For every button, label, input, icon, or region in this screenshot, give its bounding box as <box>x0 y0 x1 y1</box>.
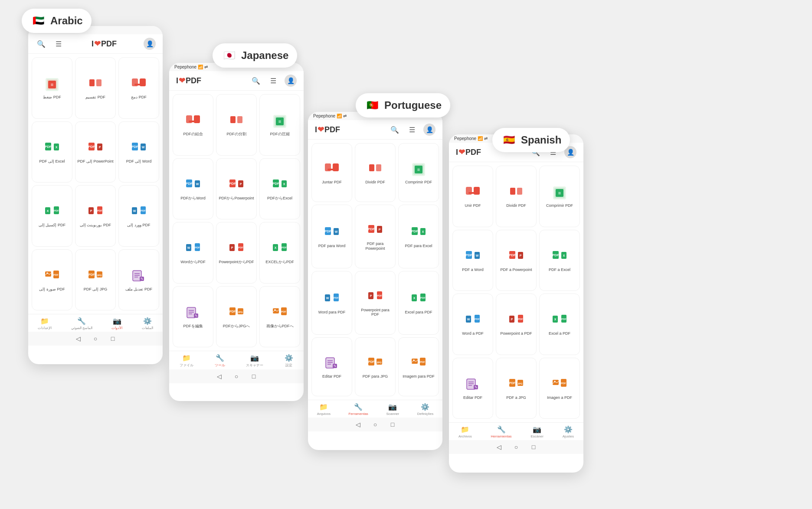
flag-icon: 🇪🇸 <box>501 132 517 148</box>
tool-ppt-to[interactable]: P → PDF بوربوينت إلى PDF <box>75 185 116 247</box>
tool-ppt-to[interactable]: P → PDF Powerpoint para PDF <box>355 271 396 335</box>
avatar-button[interactable]: 👤 <box>423 124 435 136</box>
nav-item-3[interactable]: ⚙️ الملفات <box>142 317 153 330</box>
tool-word-to[interactable]: W → PDF Word para PDF <box>311 271 352 335</box>
search-button[interactable]: 🔍 <box>250 75 262 87</box>
nav-item-0[interactable]: 📁 ファイル <box>180 354 193 368</box>
tool-to-jpg[interactable]: PDF → JPG PDF a JPG <box>496 358 537 419</box>
nav-item-2[interactable]: 📷 スキャナー <box>246 354 263 368</box>
tool-to-ppt[interactable]: PDF → P PDF para Powerpoint <box>355 205 396 268</box>
tool-label: Juntar PDF <box>322 180 342 185</box>
tool-to-ppt[interactable]: PDF → P PDF إلى PowerPoint <box>75 121 116 183</box>
avatar-button[interactable]: 👤 <box>285 75 297 87</box>
tool-icon-compress: ≡ <box>551 184 568 202</box>
nav-item-3[interactable]: ⚙️ Definições <box>417 403 433 416</box>
tool-img-to[interactable]: → PDF 画像からPDFへ <box>259 286 300 348</box>
menu-button[interactable]: ☰ <box>406 124 418 136</box>
tool-compress[interactable]: ≡ PDFの圧縮 <box>259 94 300 156</box>
menu-button[interactable]: ☰ <box>52 38 65 50</box>
tool-img-to[interactable]: → PDF صورة إلى PDF <box>32 249 72 311</box>
back-button[interactable]: ◁ <box>74 334 82 343</box>
tool-split[interactable]: Dividir PDF <box>355 143 396 202</box>
back-button[interactable]: ◁ <box>215 372 223 381</box>
home-button[interactable]: ○ <box>512 443 521 451</box>
tool-word-to[interactable]: W → PDF WordからPDF <box>173 222 213 284</box>
nav-item-3[interactable]: ⚙️ Ajustes <box>563 425 574 438</box>
nav-item-2[interactable]: 📷 الأدوات <box>111 317 122 330</box>
back-button[interactable]: ◁ <box>494 443 503 451</box>
tool-label: بوربوينت إلى PDF <box>80 223 111 228</box>
tool-excel-to[interactable]: X → PDF EXCELからPDF <box>259 222 300 284</box>
nav-item-1[interactable]: 🔧 Ferramentas <box>348 403 368 416</box>
tool-to-word[interactable]: PDF → W PDF a Word <box>452 230 493 291</box>
tool-to-jpg[interactable]: PDF → JPG PDFからJPGへ <box>216 286 257 348</box>
tool-word-to[interactable]: W → PDF Word a PDF <box>452 294 493 355</box>
tools-grid: + PDFの結合 PDFの分割 ≡ PDFの圧縮 <box>169 91 304 351</box>
tool-excel-to[interactable]: X → PDF Excel a PDF <box>539 294 580 355</box>
svg-text:PDF: PDF <box>518 318 523 320</box>
search-button[interactable]: 🔍 <box>389 124 401 136</box>
tool-split[interactable]: تقسيم PDF <box>75 57 116 119</box>
nav-item-0[interactable]: 📁 Arquivos <box>317 403 331 416</box>
nav-item-1[interactable]: 🔧 ツール <box>215 354 225 368</box>
tool-to-ppt[interactable]: PDF → P PDF a Powerpoint <box>496 230 537 291</box>
tool-to-excel[interactable]: PDF → X PDF para Excel <box>398 205 439 268</box>
nav-item-1[interactable]: 🔧 الماسح الضوئي <box>71 317 92 330</box>
app-header: I❤PDF 🔍 ☰ 👤 <box>169 71 304 91</box>
back-button[interactable]: ◁ <box>354 420 362 429</box>
tool-to-jpg[interactable]: PDF → JPG PDF para JPG <box>355 337 396 396</box>
tool-edit[interactable]: ✎ Editar PDF <box>311 337 352 396</box>
nav-item-2[interactable]: 📷 Escáner <box>531 425 544 438</box>
tool-to-word[interactable]: PDF → W PDF para Word <box>311 205 352 268</box>
nav-item-2[interactable]: 📷 Scanner <box>386 403 399 416</box>
home-button[interactable]: ○ <box>91 334 100 343</box>
nav-item-0[interactable]: 📁 الإعدادات <box>38 317 52 330</box>
home-button[interactable]: ○ <box>232 372 241 381</box>
tool-icon-split <box>367 161 384 178</box>
svg-text:PDF: PDF <box>334 297 339 299</box>
svg-rect-63 <box>237 116 242 123</box>
tool-edit[interactable]: ✎ تعديل ملف PDF <box>118 249 159 311</box>
tool-edit[interactable]: ✎ Editar PDF <box>452 358 493 419</box>
search-button[interactable]: 🔍 <box>35 38 47 50</box>
menu-button[interactable]: ☰ <box>267 75 279 87</box>
tool-split[interactable]: Dividir PDF <box>496 166 537 227</box>
nav-item-0[interactable]: 📁 Archivos <box>458 425 472 438</box>
tool-ppt-to[interactable]: P → PDF Powerpoint a PDF <box>496 294 537 355</box>
recents-button[interactable]: □ <box>249 372 258 381</box>
tool-merge[interactable]: + Juntar PDF <box>311 143 352 202</box>
svg-text:JPG: JPG <box>377 361 382 364</box>
tool-excel-to[interactable]: X → PDF Excel para PDF <box>398 271 439 335</box>
tool-compress[interactable]: ≡ Comprimir PDF <box>398 143 439 202</box>
recents-button[interactable]: □ <box>108 334 117 343</box>
tool-merge[interactable]: + PDFの結合 <box>173 94 213 156</box>
tool-to-excel[interactable]: PDF → X PDFからExcel <box>259 158 300 220</box>
tool-icon-to-excel: PDF → X <box>551 248 568 266</box>
tool-to-jpg[interactable]: PDF → JPG PDF إلى JPG <box>75 249 116 311</box>
recents-button[interactable]: □ <box>388 420 397 429</box>
tool-compress[interactable]: ≡ ضغط PDF <box>32 57 72 119</box>
avatar-button[interactable]: 👤 <box>144 38 156 50</box>
tool-to-ppt[interactable]: PDF → P PDFからPowerpoint <box>216 158 257 220</box>
tool-to-excel[interactable]: PDF → X PDF a Excel <box>539 230 580 291</box>
recents-button[interactable]: □ <box>529 443 538 451</box>
svg-rect-176 <box>468 192 477 194</box>
tool-compress[interactable]: ≡ Comprimir PDF <box>539 166 580 227</box>
nav-item-1[interactable]: 🔧 Herramientas <box>491 425 512 438</box>
tool-merge[interactable]: + دمج PDF <box>118 57 159 119</box>
tool-split[interactable]: PDFの分割 <box>216 94 257 156</box>
tool-merge[interactable]: + Unir PDF <box>452 166 493 227</box>
tool-word-to[interactable]: W → PDF وورد إلى PDF <box>118 185 159 247</box>
language-label: Arabic <box>50 15 83 27</box>
tool-excel-to[interactable]: X → PDF إكسيل إلى PDF <box>32 185 72 247</box>
tool-edit[interactable]: ✎ PDFを編集 <box>173 286 213 348</box>
nav-item-3[interactable]: ⚙️ 設定 <box>285 354 293 368</box>
tool-img-to[interactable]: → PDF Imagem para PDF <box>398 337 439 396</box>
tool-to-excel[interactable]: PDF → X PDF إلى Excel <box>32 121 72 183</box>
tool-ppt-to[interactable]: P → PDF PowerpointからPDF <box>216 222 257 284</box>
tool-img-to[interactable]: → PDF Imagen a PDF <box>539 358 580 419</box>
svg-text:PDF: PDF <box>281 310 286 313</box>
home-button[interactable]: ○ <box>371 420 380 429</box>
tool-to-word[interactable]: PDF → W PDFからWord <box>173 158 213 220</box>
tool-to-word[interactable]: PDF → W PDF إلى Word <box>118 121 159 183</box>
